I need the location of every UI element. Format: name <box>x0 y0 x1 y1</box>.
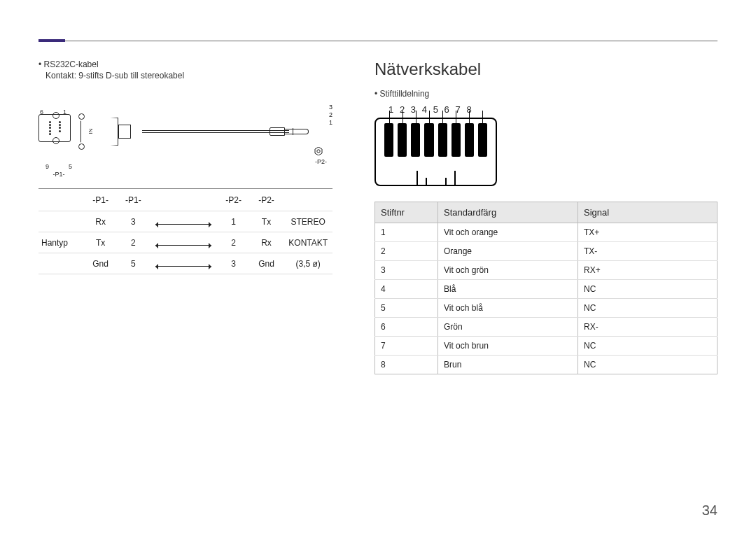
right-column: Nätverkskabel Stifttilldelning 1 2 3 4 5… <box>374 59 718 374</box>
p2-caption: -P2- <box>315 158 327 165</box>
col-header: -P1- <box>83 195 118 205</box>
rj45-diagram: 1 2 3 4 5 6 7 8 <box>374 104 500 186</box>
cable-line-icon <box>142 130 289 133</box>
pin-label: 9 <box>46 163 49 170</box>
col-header: -P2- <box>218 195 249 205</box>
col-header: Stiftnr <box>375 202 438 223</box>
col-header: Standardfärg <box>438 202 578 223</box>
pin-label: 4 <box>422 104 427 115</box>
rs232-subline: Kontakt: 9-stifts D-sub till stereokabel <box>46 71 332 80</box>
table-row: 6GrönRX- <box>375 318 718 337</box>
section-heading: Nätverkskabel <box>374 59 718 79</box>
dsub-connector-front-icon <box>38 114 71 142</box>
pin-label: 1 <box>63 108 66 115</box>
pin-label: 6 <box>444 104 449 115</box>
p1-caption: -P1- <box>46 171 72 178</box>
pin-label: 6 <box>40 108 43 115</box>
bidir-arrow-icon <box>155 224 211 225</box>
table-row: 7Vit och brunNC <box>375 337 718 356</box>
rs232-cable-diagram: 61 95 -P1- IN 3 <box>38 93 332 184</box>
svg-point-1 <box>317 150 320 153</box>
table-row: 1Vit och orangeTX+ <box>375 223 718 242</box>
left-column: RS232C-kabel Kontakt: 9-stifts D-sub til… <box>38 59 332 374</box>
rs232-bullet: RS232C-kabel <box>38 59 332 69</box>
page-number: 34 <box>702 503 718 519</box>
col-header: Signal <box>578 202 718 223</box>
svg-marker-0 <box>315 147 322 155</box>
table-row: 4BlåNC <box>375 280 718 299</box>
network-pinout-table: Stiftnr Standardfärg Signal 1Vit och ora… <box>374 202 718 374</box>
col-header: -P2- <box>249 195 284 205</box>
table-row: 5Vit och blåNC <box>375 299 718 318</box>
table-row: 3Vit och grönRX+ <box>375 261 718 280</box>
trs-plug-icon <box>270 126 312 137</box>
bidir-arrow-icon <box>155 245 211 246</box>
header-accent <box>38 39 65 42</box>
col-header: -P1- <box>118 195 148 205</box>
rj45-connector-icon <box>374 118 497 186</box>
pin-label: 5 <box>69 163 72 170</box>
plug-label: IN <box>88 129 94 134</box>
header-rule <box>38 41 718 41</box>
net-bullet: Stifttilldelning <box>374 89 718 99</box>
trs-pin-labels: 3 2 1 <box>329 104 332 127</box>
table-row: Rx 3 1 Tx STEREO <box>38 211 332 232</box>
pin-label: 5 <box>433 104 438 115</box>
table-row: 2OrangeTX- <box>375 242 718 261</box>
table-row: 8BrunNC <box>375 356 718 374</box>
bidir-arrow-icon <box>155 266 211 267</box>
hex-screw-icon <box>314 147 323 155</box>
table-row: Hantyp Tx 2 2 Rx KONTAKT <box>38 232 332 253</box>
table-row: Gnd 5 3 Gnd (3,5 ø) <box>38 253 332 274</box>
dsub-plug-icon: IN <box>80 118 130 146</box>
rs232-pinout-table: -P1- -P1- -P2- -P2- Rx 3 1 Tx STEREO Han… <box>38 188 332 274</box>
